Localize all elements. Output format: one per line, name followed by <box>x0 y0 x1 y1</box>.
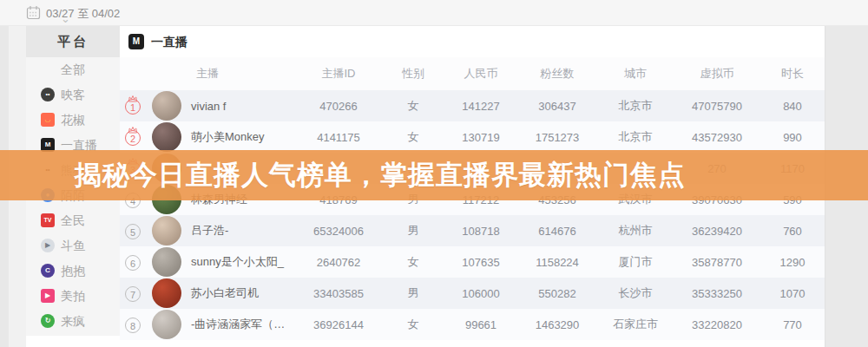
virtual-coin: 36239420 <box>674 225 760 238</box>
sidebar-item-label: 全部 <box>61 57 85 82</box>
table-row[interactable]: 6 sunny是个小太阳_ 2640762 女 107635 1158224 厦… <box>120 246 825 278</box>
avatar <box>152 310 181 339</box>
table-row[interactable]: 7 苏小白老司机 33403585 男 106000 550282 长沙市 35… <box>120 278 825 309</box>
virtual-coin: 43572930 <box>674 131 760 144</box>
duration: 770 <box>760 318 825 331</box>
streamer-name: vivian f <box>187 100 295 113</box>
streamer-name: 吕子浩- <box>187 223 295 239</box>
duration: 760 <box>760 225 825 238</box>
sidebar-item-label: 映客 <box>61 82 85 108</box>
sidebar-item-yingke[interactable]: •• 映客 <box>26 82 120 108</box>
sidebar-item-label: 花椒 <box>61 108 85 133</box>
rank-cell: 7 <box>120 278 146 309</box>
gender: 女 <box>382 317 444 332</box>
fans-count: 306437 <box>517 100 597 113</box>
streamer-id: 470266 <box>295 100 382 113</box>
calendar-icon[interactable] <box>26 5 41 23</box>
streamer-name: 萌小美Monkey <box>187 129 295 145</box>
panel-title-row: M 一直播 <box>120 26 825 57</box>
city: 北京市 <box>597 98 674 114</box>
gender: 女 <box>382 129 444 145</box>
avatar-cell <box>146 309 187 340</box>
baobao-icon: C <box>41 264 55 278</box>
city: 长沙市 <box>597 285 674 301</box>
avatar <box>152 247 181 277</box>
rmb-value: 130719 <box>444 131 517 144</box>
sidebar-item-douyu[interactable]: ▶ 斗鱼 <box>26 233 120 259</box>
rmb-value: 141227 <box>444 100 517 113</box>
chevron-down-icon[interactable]: ⌄ <box>61 12 70 25</box>
table-header-row: 主播主播ID性别人民币粉丝数城市虚拟币时长 <box>120 57 825 90</box>
duration: 1070 <box>760 287 825 300</box>
fans-count: 1463290 <box>517 318 597 331</box>
rank-badge: 7 <box>125 286 141 302</box>
city: 北京市 <box>597 129 674 145</box>
streamer-id: 2640762 <box>295 256 382 269</box>
avatar <box>152 278 181 308</box>
rmb-value: 99661 <box>444 318 517 331</box>
rank-badge: 2 <box>125 130 141 146</box>
douyu-fish-icon: ▶ <box>41 239 55 252</box>
avatar-cell <box>146 215 187 246</box>
sidebar-item-meipai[interactable]: ▶ 美拍 <box>26 284 120 309</box>
column-header: 粉丝数 <box>517 66 597 82</box>
table-row[interactable]: 1 vivian f 470266 女 141227 306437 北京市 47… <box>120 90 825 121</box>
duration: 1290 <box>760 256 825 269</box>
quanmin-tv-icon: TV <box>41 213 55 227</box>
virtual-coin: 35333250 <box>674 287 760 300</box>
date-range-picker[interactable]: 03/27 至 04/02 <box>46 6 120 22</box>
yizhibo-icon: M <box>128 34 144 49</box>
streamer-name: -曲诗涵涵家军（司令） <box>187 317 295 332</box>
fans-count: 1158224 <box>517 256 597 269</box>
rank-badge: 1 <box>125 99 141 115</box>
column-header: 人民币 <box>444 66 517 82</box>
column-header: 主播ID <box>295 66 382 82</box>
avatar-cell <box>146 246 187 278</box>
huajiao-icon: ◡ <box>41 113 55 127</box>
duration: 840 <box>760 100 825 113</box>
duration: 990 <box>760 131 825 144</box>
column-header: 城市 <box>597 66 674 82</box>
app-window: 03/27 至 04/02 ⌄ 平台 全部 •• 映客 ◡ 花椒 M 一直播 •… <box>0 0 868 347</box>
city: 石家庄市 <box>597 317 674 332</box>
streamer-id: 33403585 <box>295 287 382 300</box>
sidebar-item-label: 来疯 <box>61 309 85 334</box>
fans-count: 550282 <box>517 287 597 300</box>
panel-title: 一直播 <box>151 26 187 57</box>
meipai-icon: ▶ <box>41 289 55 303</box>
city: 厦门市 <box>597 254 674 270</box>
rmb-value: 108718 <box>444 225 517 238</box>
sidebar-item-quanmin[interactable]: TV 全民 <box>26 208 120 233</box>
rmb-value: 106000 <box>444 287 517 300</box>
gender: 男 <box>382 285 444 301</box>
sidebar-item-laifeng[interactable]: ↻ 来疯 <box>26 309 120 334</box>
table-row[interactable]: 5 吕子浩- 65324006 男 108718 614676 杭州市 3623… <box>120 215 825 246</box>
gender: 女 <box>382 254 444 270</box>
virtual-coin: 33220820 <box>674 318 760 331</box>
column-header: 虚拟币 <box>674 66 760 82</box>
inke-owl-icon: •• <box>41 88 55 101</box>
rank-cell: 6 <box>120 246 146 278</box>
avatar-cell <box>146 278 187 309</box>
topbar: 03/27 至 04/02 ⌄ <box>0 0 868 26</box>
streamer-name: 苏小白老司机 <box>187 285 295 301</box>
sidebar-item-huajiao[interactable]: ◡ 花椒 <box>26 108 120 133</box>
streamer-name: sunny是个小太阳_ <box>187 254 295 270</box>
sidebar-item-label: 抱抱 <box>61 259 85 284</box>
rank-cell: 8 <box>120 309 146 340</box>
promo-banner: 揭秘今日直播人气榜单，掌握直播界最新热门焦点 <box>0 150 868 200</box>
avatar <box>152 122 181 152</box>
sidebar-item-all[interactable]: 全部 <box>26 57 120 82</box>
sidebar-header: 平台 <box>26 26 120 57</box>
gender: 女 <box>382 98 444 114</box>
avatar <box>152 216 181 246</box>
sidebar-item-baobao[interactable]: C 抱抱 <box>26 259 120 284</box>
table-row[interactable]: 2 萌小美Monkey 4141175 女 130719 1751273 北京市… <box>120 121 825 153</box>
promo-banner-text: 揭秘今日直播人气榜单，掌握直播界最新热门焦点 <box>75 157 686 193</box>
table-row[interactable]: 8 -曲诗涵涵家军（司令） 36926144 女 99661 1463290 石… <box>120 309 825 340</box>
fans-count: 614676 <box>517 225 597 238</box>
rank-cell: 1 <box>120 90 146 121</box>
rank-cell: 2 <box>120 121 146 153</box>
sidebar-item-label: 斗鱼 <box>61 233 85 259</box>
streamer-id: 4141175 <box>295 131 382 144</box>
